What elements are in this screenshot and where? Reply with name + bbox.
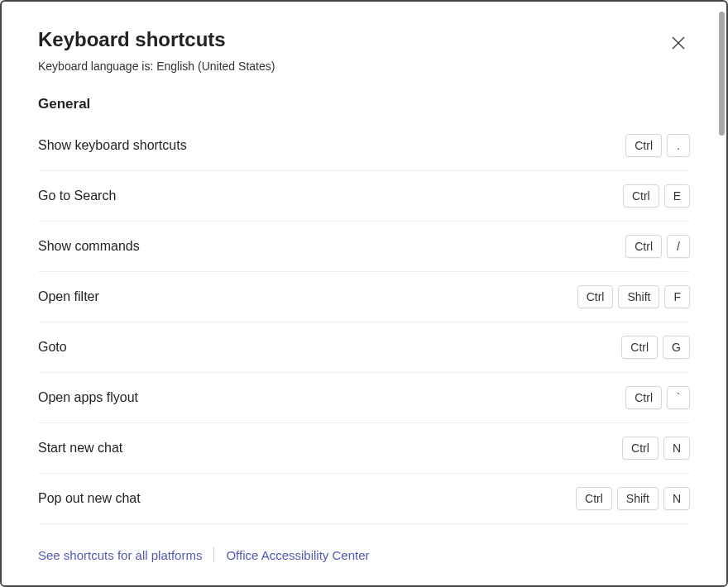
key-cap: / bbox=[667, 235, 690, 258]
shortcut-keys: Ctrl. bbox=[625, 134, 690, 157]
shortcut-row: Open apps flyoutCtrl` bbox=[38, 373, 690, 423]
shortcut-keys: CtrlN bbox=[622, 437, 690, 460]
shortcut-label: Start new chat bbox=[38, 441, 122, 456]
shortcut-label: Go to Search bbox=[38, 189, 116, 203]
footer-separator bbox=[213, 547, 214, 562]
shortcut-label: Open filter bbox=[38, 289, 99, 304]
shortcut-label: Goto bbox=[38, 340, 67, 355]
close-button[interactable] bbox=[667, 31, 690, 55]
shortcut-row: Open SettingsCtrl, bbox=[38, 524, 690, 534]
dialog-subtitle: Keyboard language is: English (United St… bbox=[38, 60, 275, 73]
office-accessibility-link[interactable]: Office Accessibility Center bbox=[226, 548, 369, 562]
key-cap: Ctrl bbox=[621, 336, 658, 359]
dialog-scroll-area[interactable]: Keyboard shortcuts Keyboard language is:… bbox=[2, 2, 726, 534]
see-all-platforms-link[interactable]: See shortcuts for all platforms bbox=[38, 548, 202, 562]
shortcut-keys: Ctrl/ bbox=[625, 235, 690, 258]
key-cap: . bbox=[667, 134, 690, 157]
dialog-footer: See shortcuts for all platforms Office A… bbox=[2, 534, 726, 585]
shortcut-row: Go to SearchCtrlE bbox=[38, 171, 690, 222]
shortcut-row: Show keyboard shortcutsCtrl. bbox=[38, 121, 690, 171]
section-general-title: General bbox=[38, 96, 690, 112]
key-cap: N bbox=[663, 487, 690, 510]
key-cap: Ctrl bbox=[577, 285, 614, 308]
shortcut-row: Pop out new chatCtrlShiftN bbox=[38, 474, 690, 524]
header-text: Keyboard shortcuts Keyboard language is:… bbox=[38, 28, 275, 73]
shortcut-row: Start new chatCtrlN bbox=[38, 423, 690, 474]
dialog-header: Keyboard shortcuts Keyboard language is:… bbox=[38, 28, 690, 73]
keyboard-shortcuts-dialog: Keyboard shortcuts Keyboard language is:… bbox=[2, 2, 726, 585]
key-cap: Ctrl bbox=[625, 235, 662, 258]
key-cap: Ctrl bbox=[622, 437, 659, 460]
scrollbar-thumb[interactable] bbox=[719, 12, 725, 136]
key-cap: Ctrl bbox=[625, 134, 662, 157]
shortcut-keys: CtrlShiftF bbox=[577, 285, 690, 308]
shortcut-keys: CtrlG bbox=[621, 336, 690, 359]
close-icon bbox=[672, 36, 685, 50]
shortcut-label: Show commands bbox=[38, 239, 140, 254]
shortcut-keys: CtrlShiftN bbox=[576, 487, 690, 510]
key-cap: Shift bbox=[618, 285, 659, 308]
shortcut-label: Pop out new chat bbox=[38, 491, 141, 506]
key-cap: ` bbox=[667, 386, 690, 409]
shortcut-row: GotoCtrlG bbox=[38, 322, 690, 373]
key-cap: Ctrl bbox=[625, 386, 662, 409]
shortcut-list: Show keyboard shortcutsCtrl.Go to Search… bbox=[38, 121, 690, 534]
dialog-title: Keyboard shortcuts bbox=[38, 28, 275, 51]
key-cap: Shift bbox=[617, 487, 659, 510]
key-cap: F bbox=[664, 285, 690, 308]
key-cap: N bbox=[663, 437, 690, 460]
shortcut-label: Open apps flyout bbox=[38, 390, 138, 405]
shortcut-label: Show keyboard shortcuts bbox=[38, 138, 187, 153]
key-cap: Ctrl bbox=[623, 184, 659, 208]
shortcut-row: Show commandsCtrl/ bbox=[38, 222, 690, 272]
key-cap: E bbox=[664, 184, 690, 208]
shortcut-keys: Ctrl` bbox=[625, 386, 690, 409]
shortcut-keys: CtrlE bbox=[623, 184, 690, 208]
key-cap: G bbox=[663, 336, 690, 359]
key-cap: Ctrl bbox=[576, 487, 612, 510]
shortcut-row: Open filterCtrlShiftF bbox=[38, 272, 690, 322]
